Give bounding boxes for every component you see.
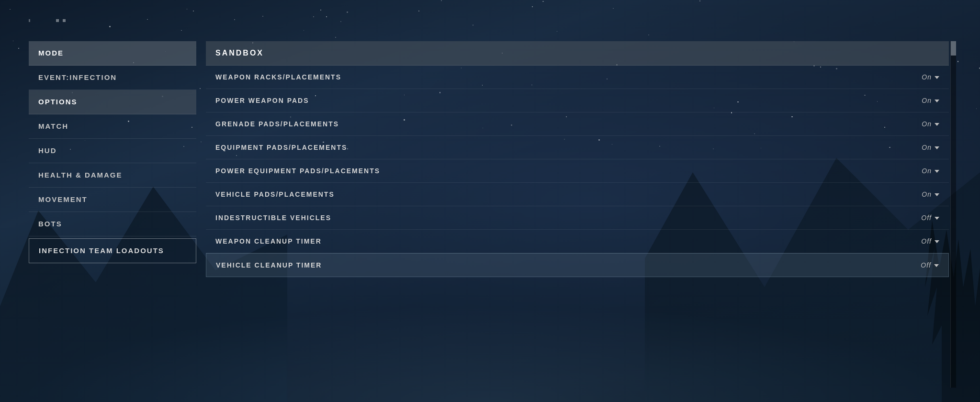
settings-row-weapon-racks[interactable]: WEAPON RACKS/PLACEMENTSOn (206, 66, 949, 89)
sidebar-item-health-damage[interactable]: HEALTH & DAMAGE (29, 163, 196, 188)
settings-row-indestructible-vehicles[interactable]: INDESTRUCTIBLE VEHICLESOff (206, 206, 949, 230)
dropdown-arrow-power-weapon-pads (935, 100, 939, 102)
sidebar-item-options[interactable]: OPTIONS (29, 90, 196, 114)
sidebar-item-label-match: MATCH (38, 122, 68, 130)
sidebar-item-label-infection-team-loadouts: INFECTION TEAM LOADOUTS (39, 246, 164, 255)
sidebar-item-label-movement: MOVEMENT (38, 195, 88, 203)
main-content: MODEEVENT:INFECTIONOPTIONSMATCHHUDHEALTH… (29, 41, 956, 388)
settings-row-value-vehicle-pads: On (922, 190, 939, 198)
settings-row-label-grenade-pads: GRENADE PADS/PLACEMENTS (215, 120, 339, 128)
settings-row-label-vehicle-pads: VEHICLE PADS/PLACEMENTS (215, 190, 335, 198)
sidebar-item-label-bots: BOTS (38, 220, 62, 228)
header-dots (56, 19, 66, 22)
settings-row-label-indestructible-vehicles: INDESTRUCTIBLE VEHICLES (215, 214, 331, 222)
settings-row-label-power-equipment-pads: POWER EQUIPMENT PADS/PLACEMENTS (215, 167, 380, 175)
settings-row-value-vehicle-cleanup-timer: Off (921, 261, 939, 269)
sidebar: MODEEVENT:INFECTIONOPTIONSMATCHHUDHEALTH… (29, 41, 196, 388)
dropdown-arrow-vehicle-pads (935, 193, 939, 196)
scrollbar[interactable] (950, 41, 956, 388)
sidebar-item-label-options: OPTIONS (38, 98, 78, 106)
settings-value-text-grenade-pads: On (922, 120, 932, 128)
dropdown-arrow-indestructible-vehicles (935, 217, 939, 220)
settings-row-value-power-weapon-pads: On (922, 97, 939, 104)
dropdown-arrow-grenade-pads (935, 123, 939, 126)
dropdown-arrow-weapon-racks (935, 76, 939, 79)
dropdown-arrow-weapon-cleanup-timer (935, 240, 939, 243)
dropdown-arrow-power-equipment-pads (935, 170, 939, 173)
sidebar-item-match[interactable]: MATCH (29, 114, 196, 139)
settings-value-text-vehicle-cleanup-timer: Off (921, 261, 931, 269)
dropdown-arrow-equipment-pads (935, 146, 939, 149)
header-dot-2 (63, 19, 66, 22)
settings-row-vehicle-pads[interactable]: VEHICLE PADS/PLACEMENTSOn (206, 183, 949, 206)
settings-value-text-equipment-pads: On (922, 144, 932, 151)
settings-category-label: SANDBOX (215, 49, 264, 57)
sidebar-item-event-infection[interactable]: EVENT:INFECTION (29, 66, 196, 90)
sidebar-item-label-mode: MODE (38, 49, 64, 57)
settings-value-text-weapon-racks: On (922, 73, 932, 81)
settings-row-vehicle-cleanup-timer[interactable]: VEHICLE CLEANUP TIMEROff (206, 253, 949, 277)
settings-row-weapon-cleanup-timer[interactable]: WEAPON CLEANUP TIMEROff (206, 230, 949, 253)
settings-value-text-power-equipment-pads: On (922, 167, 932, 175)
settings-row-label-weapon-cleanup-timer: WEAPON CLEANUP TIMER (215, 237, 322, 245)
settings-row-label-power-weapon-pads: POWER WEAPON PADS (215, 97, 309, 104)
scrollbar-thumb[interactable] (951, 41, 956, 56)
settings-value-text-weapon-cleanup-timer: Off (921, 237, 932, 245)
right-panel: SANDBOXWEAPON RACKS/PLACEMENTSOnPOWER WE… (206, 41, 956, 388)
settings-row-value-weapon-cleanup-timer: Off (921, 237, 939, 245)
settings-row-value-weapon-racks: On (922, 73, 939, 81)
settings-row-equipment-pads[interactable]: EQUIPMENT PADS/PLACEMENTSOn (206, 136, 949, 159)
settings-value-text-indestructible-vehicles: Off (921, 214, 932, 222)
sidebar-item-label-hud: HUD (38, 146, 57, 155)
settings-row-grenade-pads[interactable]: GRENADE PADS/PLACEMENTSOn (206, 112, 949, 136)
settings-row-label-weapon-racks: WEAPON RACKS/PLACEMENTS (215, 73, 341, 81)
sidebar-item-bots[interactable]: BOTS (29, 212, 196, 236)
settings-row-value-indestructible-vehicles: Off (921, 214, 939, 222)
settings-row-power-equipment-pads[interactable]: POWER EQUIPMENT PADS/PLACEMENTSOn (206, 159, 949, 183)
sidebar-item-hud[interactable]: HUD (29, 139, 196, 163)
ui-container: MODEEVENT:INFECTIONOPTIONSMATCHHUDHEALTH… (0, 0, 980, 402)
sidebar-item-infection-team-loadouts[interactable]: INFECTION TEAM LOADOUTS (29, 238, 196, 263)
settings-row-label-equipment-pads: EQUIPMENT PADS/PLACEMENTS (215, 144, 347, 151)
settings-row-value-equipment-pads: On (922, 144, 939, 151)
settings-row-value-power-equipment-pads: On (922, 167, 939, 175)
settings-row-value-grenade-pads: On (922, 120, 939, 128)
sidebar-item-label-event-infection: EVENT:INFECTION (38, 73, 117, 81)
settings-value-text-vehicle-pads: On (922, 190, 932, 198)
dropdown-arrow-vehicle-cleanup-timer (934, 264, 939, 267)
settings-row-label-vehicle-cleanup-timer: VEHICLE CLEANUP TIMER (216, 261, 322, 269)
header (29, 19, 956, 22)
settings-value-text-power-weapon-pads: On (922, 97, 932, 104)
sidebar-item-label-health-damage: HEALTH & DAMAGE (38, 171, 123, 179)
settings-row-power-weapon-pads[interactable]: POWER WEAPON PADSOn (206, 89, 949, 112)
settings-category-header: SANDBOX (206, 41, 949, 66)
header-dot-1 (56, 19, 59, 22)
sidebar-item-movement[interactable]: MOVEMENT (29, 188, 196, 212)
settings-list: SANDBOXWEAPON RACKS/PLACEMENTSOnPOWER WE… (206, 41, 956, 388)
sidebar-item-mode[interactable]: MODE (29, 41, 196, 66)
